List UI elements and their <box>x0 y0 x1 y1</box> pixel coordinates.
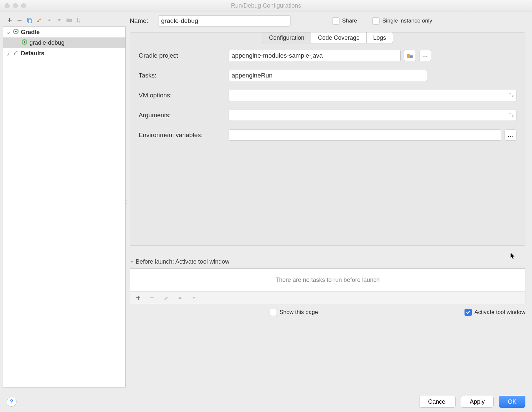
window-title: Run/Debug Configurations <box>0 2 532 9</box>
main-panel: ⋮⋮ Name: Share Single instance only Conf… <box>126 12 532 391</box>
folder-icon[interactable] <box>66 17 73 24</box>
remove-icon[interactable] <box>16 17 23 24</box>
apply-button[interactable]: Apply <box>461 396 494 408</box>
tab-code-coverage[interactable]: Code Coverage <box>311 32 367 43</box>
vm-options-label: VM options: <box>139 92 225 99</box>
env-vars-input[interactable] <box>229 129 501 141</box>
tab-label: Configuration <box>269 34 304 41</box>
tree-label: gradle-debug <box>29 39 65 46</box>
add-icon[interactable] <box>135 294 142 301</box>
svg-text:z: z <box>79 20 80 23</box>
tree-label: Defaults <box>21 50 44 57</box>
gradle-icon <box>22 39 27 47</box>
show-this-page-label: Show this page <box>280 309 318 316</box>
single-instance-checkbox[interactable] <box>372 17 379 25</box>
move-down-icon <box>190 294 198 301</box>
name-label: Name: <box>130 17 153 25</box>
config-tree[interactable]: Gradle gradle-debug Defaults <box>3 26 126 387</box>
wrench-icon <box>13 50 19 57</box>
chevron-down-icon[interactable] <box>6 30 11 34</box>
share-checkbox[interactable] <box>332 17 339 25</box>
expand-icon[interactable] <box>509 93 514 98</box>
ok-button[interactable]: OK <box>499 396 525 408</box>
move-up-icon[interactable] <box>46 17 53 24</box>
tab-label: Logs <box>373 34 386 41</box>
sort-icon[interactable]: az <box>75 17 83 24</box>
tree-node-gradle-debug[interactable]: gradle-debug <box>3 37 125 48</box>
activate-tool-window-checkbox[interactable] <box>465 309 472 316</box>
before-launch-title: Before launch: Activate tool window <box>136 258 229 265</box>
tab-configuration[interactable]: Configuration <box>262 32 311 43</box>
env-vars-browse-button[interactable]: ... <box>505 129 516 141</box>
gradle-project-input[interactable] <box>229 50 401 61</box>
svg-rect-10 <box>410 56 413 58</box>
move-down-icon[interactable] <box>56 17 63 24</box>
vm-options-input[interactable] <box>229 90 516 101</box>
tab-bar: Configuration Code Coverage Logs <box>130 32 525 43</box>
svg-point-6 <box>15 31 17 32</box>
copy-icon[interactable] <box>26 17 33 24</box>
tasks-input[interactable] <box>229 70 427 81</box>
tree-label: Gradle <box>21 29 40 36</box>
before-launch-toolbar <box>130 291 525 304</box>
arguments-label: Arguments: <box>139 112 225 119</box>
config-pane: Configuration Code Coverage Logs Gradle … <box>130 32 525 246</box>
tasks-label: Tasks: <box>139 72 225 79</box>
svg-point-2 <box>37 21 39 22</box>
dialog-footer: ? Cancel Apply OK <box>0 391 532 412</box>
add-icon[interactable] <box>6 17 13 24</box>
name-input[interactable] <box>158 15 290 26</box>
sidebar-toolbar: az <box>3 15 126 26</box>
sidebar: az Gradle gradle-debug <box>0 12 126 391</box>
share-label: Share <box>342 18 357 24</box>
svg-point-8 <box>24 41 25 43</box>
svg-rect-1 <box>28 19 31 23</box>
show-this-page-checkbox[interactable] <box>270 309 277 316</box>
cancel-button[interactable]: Cancel <box>419 396 456 408</box>
help-button[interactable]: ? <box>7 397 17 407</box>
before-launch-empty: There are no tasks to run before launch <box>275 277 379 283</box>
chevron-down-icon[interactable] <box>130 258 134 265</box>
gradle-project-label: Gradle project: <box>139 52 225 59</box>
tree-node-defaults[interactable]: Defaults <box>3 48 125 59</box>
before-launch-list[interactable]: There are no tasks to run before launch <box>130 268 525 291</box>
tree-node-gradle[interactable]: Gradle <box>3 27 125 37</box>
env-vars-label: Environment variables: <box>139 131 225 139</box>
svg-point-9 <box>14 53 15 55</box>
titlebar: Run/Debug Configurations <box>0 0 532 12</box>
single-instance-label: Single instance only <box>382 18 432 24</box>
resize-grip[interactable]: ⋮⋮ <box>124 199 127 204</box>
arguments-input[interactable] <box>229 110 516 121</box>
gradle-icon <box>13 28 19 36</box>
registered-project-button[interactable] <box>404 50 416 61</box>
before-launch-section: Before launch: Activate tool window Ther… <box>130 258 525 304</box>
remove-icon <box>149 294 156 301</box>
tab-logs[interactable]: Logs <box>367 32 393 43</box>
activate-tool-window-label: Activate tool window <box>474 309 525 316</box>
settings-icon[interactable] <box>36 17 43 24</box>
edit-icon <box>162 294 170 301</box>
browse-project-button[interactable]: ... <box>419 50 431 61</box>
tab-label: Code Coverage <box>318 34 360 41</box>
move-up-icon <box>176 294 184 301</box>
chevron-right-icon[interactable] <box>6 51 11 56</box>
expand-icon[interactable] <box>509 113 514 118</box>
